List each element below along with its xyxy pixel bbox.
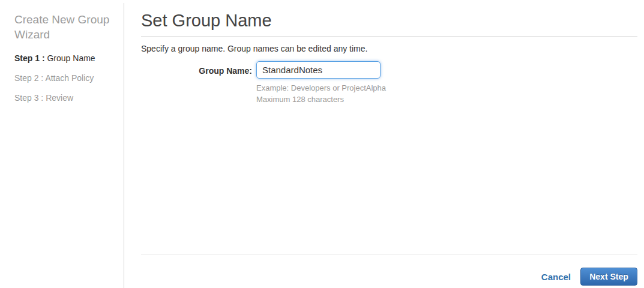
sidebar-step-review[interactable]: Step 3 : Review bbox=[14, 94, 113, 102]
title-divider bbox=[141, 36, 637, 37]
sidebar-step-attach-policy[interactable]: Step 2 : Attach Policy bbox=[14, 74, 113, 82]
step-label: Review bbox=[43, 93, 73, 103]
sidebar-divider bbox=[124, 3, 124, 288]
footer-actions: Cancel Next Step bbox=[141, 268, 637, 286]
step-label: Attach Policy bbox=[43, 73, 94, 83]
next-step-button[interactable]: Next Step bbox=[580, 268, 637, 286]
cancel-link[interactable]: Cancel bbox=[541, 272, 571, 282]
step-prefix: Step 3 : bbox=[14, 93, 43, 103]
group-name-input[interactable] bbox=[256, 61, 381, 79]
step-prefix: Step 1 : bbox=[14, 53, 45, 63]
footer-divider bbox=[141, 254, 637, 254]
page-description: Specify a group name. Group names can be… bbox=[141, 44, 637, 53]
step-label: Group Name bbox=[45, 53, 95, 63]
step-prefix: Step 2 : bbox=[14, 73, 43, 83]
wizard-steps: Step 1 : Group Name Step 2 : Attach Poli… bbox=[14, 54, 113, 102]
wizard-sidebar: Create New Group Wizard Step 1 : Group N… bbox=[14, 12, 113, 113]
wizard-footer: Cancel Next Step bbox=[141, 254, 637, 286]
group-name-example-hint: Example: Developers or ProjectAlpha bbox=[256, 83, 386, 93]
page-title: Set Group Name bbox=[141, 10, 637, 31]
group-name-max-hint: Maximum 128 characters bbox=[256, 94, 386, 104]
wizard-title: Create New Group Wizard bbox=[14, 12, 113, 42]
main-content: Set Group Name Specify a group name. Gro… bbox=[141, 0, 637, 104]
sidebar-step-group-name[interactable]: Step 1 : Group Name bbox=[14, 54, 113, 62]
group-name-label: Group Name: bbox=[141, 61, 252, 76]
group-name-field: Example: Developers or ProjectAlpha Maxi… bbox=[256, 61, 386, 104]
group-name-form-row: Group Name: Example: Developers or Proje… bbox=[141, 61, 637, 104]
